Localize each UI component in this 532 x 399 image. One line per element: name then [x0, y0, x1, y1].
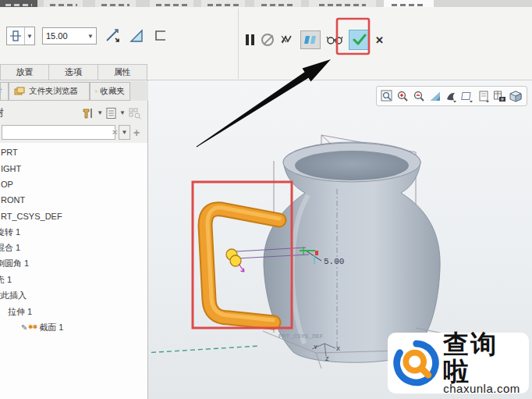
cancel-feature-button[interactable]: ✕	[375, 34, 384, 46]
axis-z-label: Z	[325, 355, 329, 362]
navigator-toolbar: 树 ▼ ▼	[0, 102, 148, 123]
ribbon-tab[interactable]	[201, 0, 245, 7]
ribbon-tab[interactable]	[95, 0, 136, 7]
annotation-display-icon[interactable]	[477, 88, 491, 104]
dashboard-panel-tabs: 放置 选项 属性	[0, 64, 147, 80]
tree-item-csys[interactable]: RT_CSYS_DEF	[0, 208, 147, 224]
watermark: 查询啦 chaxunla.com	[388, 333, 529, 394]
dashboard-controls: ✕	[243, 27, 384, 52]
ribbon-tab[interactable]	[254, 0, 301, 7]
ribbon-tab[interactable]	[309, 0, 376, 7]
tree-item-round[interactable]: 倒圆角 1	[0, 256, 147, 272]
tree-item-top-plane[interactable]: OP	[0, 176, 147, 192]
tree-item-insert-here[interactable]: 在此插入	[0, 288, 147, 304]
depth-value-combo: ▼	[42, 27, 97, 45]
thicken-sketch-icon[interactable]	[152, 27, 169, 45]
star-icon	[95, 87, 98, 96]
ribbon-tab[interactable]	[44, 0, 83, 7]
tree-columns-icon[interactable]	[105, 107, 117, 119]
sketch-arrow	[239, 264, 244, 272]
mug-rim	[283, 143, 420, 182]
tree-item-section-active[interactable]: ✎ ✱✱ 截面 1	[0, 319, 147, 335]
chevron-down-icon[interactable]: ▼	[97, 109, 103, 116]
tree-search-box: ✕	[2, 125, 115, 140]
glasses-preview-icon[interactable]	[326, 34, 343, 45]
dimension-5[interactable]: 5.00	[306, 251, 344, 266]
saved-orientation-icon[interactable]	[509, 88, 523, 104]
chevron-down-icon[interactable]: ▼	[85, 28, 96, 44]
tab-model-tree[interactable]: 树	[0, 82, 9, 101]
axis-x-label: X	[336, 345, 340, 352]
dashboard-separator	[238, 9, 239, 79]
tab-options[interactable]: 选项	[49, 64, 98, 80]
tree-item-revolve[interactable]: 旋转 1	[0, 224, 147, 240]
datum-display-icon[interactable]	[460, 88, 475, 104]
depth-option-button[interactable]: ▼	[6, 27, 35, 45]
flip-direction-icon[interactable]	[104, 27, 121, 45]
geometry-check-off-icon[interactable]	[279, 33, 295, 47]
folder-icon	[14, 87, 26, 96]
tree-item-blend[interactable]: 混合 1	[0, 240, 147, 255]
view-manager-icon[interactable]	[492, 88, 507, 104]
navigator-tabs: 树 文件夹浏览器 收藏夹	[0, 81, 148, 101]
tree-search-row: ✕ ▼ +	[2, 124, 147, 141]
section-circle[interactable]	[230, 255, 241, 266]
search-options-dropdown[interactable]: ▼	[119, 125, 130, 140]
repaint-icon[interactable]	[428, 88, 443, 104]
attached-preview-toggle[interactable]	[300, 30, 321, 49]
mug-cavity	[295, 151, 409, 180]
modified-marker: ✱✱	[28, 324, 37, 330]
tab-properties[interactable]: 属性	[98, 64, 147, 80]
section-circle[interactable]	[226, 249, 237, 260]
in-graphics-view-toolbar	[376, 86, 527, 106]
tab-label: 收藏夹	[101, 86, 126, 97]
refit-zoom-icon[interactable]	[380, 88, 395, 104]
ribbon-tab-file[interactable]	[0, 0, 37, 7]
tree-search-input[interactable]	[2, 128, 108, 137]
feature-dashboard: ▼ ▼ 放置 选项 属性	[0, 7, 532, 80]
cad-application-window: ▼ ▼ 放置 选项 属性	[0, 0, 532, 399]
tree-item-part[interactable]: PRT	[0, 144, 147, 160]
chevron-down-icon[interactable]: ▼	[24, 27, 34, 45]
zoom-out-icon[interactable]	[412, 88, 427, 104]
tree-item-right-plane[interactable]: IGHT	[0, 160, 147, 176]
tab-favorites[interactable]: 收藏夹	[90, 82, 130, 101]
sweep-section-sketch[interactable]	[226, 248, 309, 272]
ribbon-tab[interactable]	[150, 0, 193, 7]
dashboard-depth-group: ▼ ▼	[6, 26, 169, 46]
placement-triad	[300, 247, 318, 264]
axis-y-label: Y	[314, 344, 317, 351]
ban-icon	[261, 34, 274, 46]
tree-item-extrude[interactable]: 拉伸 1	[0, 304, 147, 319]
edit-pencil-icon: ✎	[21, 323, 27, 332]
chevron-down-icon[interactable]: ▼	[119, 109, 126, 116]
watermark-logo-icon	[392, 339, 440, 387]
pause-button[interactable]	[243, 34, 256, 46]
watermark-title: 查询啦	[443, 331, 524, 385]
tree-item-front-plane[interactable]: RONT	[0, 192, 147, 208]
watermark-domain: chaxunla.com	[443, 382, 524, 395]
no-preview-button[interactable]	[261, 34, 274, 46]
sweep-handle-preview[interactable]	[205, 208, 279, 322]
tab-placement[interactable]: 放置	[0, 64, 49, 80]
display-style-icon[interactable]	[444, 88, 459, 104]
tree-item-shell[interactable]: 壳 1	[0, 272, 147, 287]
zoom-in-icon[interactable]	[395, 88, 410, 104]
depth-type-icon	[7, 27, 24, 45]
remove-material-icon[interactable]	[128, 27, 145, 45]
tree-filters-icon[interactable]	[82, 107, 94, 119]
model-tree: PRT IGHT OP RONT RT_CSYS_DEF 旋转 1 混合 1 倒…	[0, 143, 147, 399]
ribbon-tab-strip	[0, 0, 532, 7]
ribbon-tab-active[interactable]	[384, 0, 434, 7]
accept-feature-button[interactable]	[349, 30, 370, 50]
depth-value-input[interactable]	[43, 29, 85, 43]
expand-plus-icon[interactable]: +	[133, 126, 140, 139]
tab-folder-browser[interactable]: 文件夹浏览器	[9, 82, 90, 101]
csys-label: PRT_CSYS_DEF	[278, 333, 324, 340]
mug-model[interactable]	[264, 142, 440, 362]
default-csys[interactable]: PRT_CSYS_DEF Y X Z	[278, 333, 340, 362]
trajectory-dashed-line	[148, 346, 260, 353]
datum-wireframe	[274, 135, 416, 355]
dimension-value[interactable]: 5.00	[324, 257, 344, 266]
model-tree-title-clipped: 树	[0, 106, 5, 119]
